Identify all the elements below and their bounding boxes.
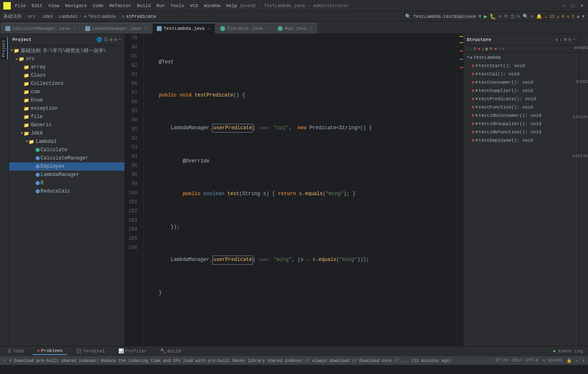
bottom-tab-build[interactable]: 🔨 Build bbox=[156, 347, 185, 355]
tab-close-icon[interactable]: ✕ bbox=[208, 26, 211, 31]
sort-icon[interactable]: ↕ bbox=[560, 37, 563, 42]
code-scroll[interactable]: 79 ▶ 80 81 82 ● 83 86 💡 87 88 89 90 bbox=[125, 34, 463, 346]
filter-icon[interactable]: ▦ bbox=[485, 46, 488, 51]
breadcrumb-item[interactable]: src bbox=[28, 14, 36, 19]
sort-icon-2[interactable]: ↑ bbox=[466, 47, 468, 51]
menu-vcs[interactable]: VCS bbox=[187, 2, 201, 9]
code-content[interactable]: @Test public void testPredicate() { Lamb… bbox=[144, 34, 457, 346]
tree-file[interactable]: ▶ 📁 file bbox=[9, 113, 125, 121]
code-editor[interactable]: 79 ▶ 80 81 82 ● 83 86 💡 87 88 89 90 bbox=[125, 34, 463, 346]
tab-calculate-manager[interactable]: J CalculateManager.java ✕ bbox=[1, 23, 80, 34]
refresh-icon[interactable]: ⟳ bbox=[473, 46, 477, 51]
tree-reduce-calc[interactable]: ReduceCalc bbox=[9, 187, 125, 195]
debug-button[interactable]: 🐛 bbox=[490, 13, 496, 20]
tab-close-icon[interactable]: ✕ bbox=[266, 26, 268, 31]
event-log-label[interactable]: ● Event Log bbox=[553, 349, 583, 354]
sort-icon-3[interactable]: ↓ bbox=[470, 47, 472, 51]
tree-com[interactable]: ▶ 📁 com bbox=[9, 88, 125, 96]
breadcrumb-item[interactable]: ⊕ bbox=[84, 14, 87, 19]
menu-tools[interactable]: Tools bbox=[168, 2, 187, 9]
tree-generic[interactable]: ▶ 📁 Generic bbox=[9, 121, 125, 129]
struct-method-testStart[interactable]: m ■ testStart(): void bbox=[463, 62, 579, 70]
tree-collections[interactable]: ▶ 📁 Collections bbox=[9, 80, 125, 88]
breadcrumb-item[interactable]: ⊙ bbox=[122, 14, 125, 19]
sort-alpha-icon[interactable]: ⇅ bbox=[555, 37, 558, 42]
struct-method-testEmployee[interactable]: m ■ testEmployee(): void bbox=[463, 136, 579, 145]
struct-method-testFunction[interactable]: m ■ testFunction(): void bbox=[463, 103, 579, 111]
tab-close-icon[interactable]: ✕ bbox=[144, 26, 147, 31]
menu-build[interactable]: Build bbox=[134, 2, 153, 9]
breadcrumb-item[interactable]: 基础法则 bbox=[3, 13, 22, 19]
translate-icon[interactable]: 文/A bbox=[510, 13, 520, 19]
bottom-tab-terminal[interactable]: ⬛ Terminal bbox=[72, 347, 109, 355]
menu-navigate[interactable]: Navigate bbox=[62, 2, 89, 9]
tree-employee[interactable]: Employee bbox=[9, 162, 125, 171]
branch-icon[interactable]: ⑂ bbox=[498, 47, 501, 51]
tree-jdk8[interactable]: ▼ 📁 Jdk8 bbox=[9, 129, 125, 138]
menu-edit[interactable]: Edit bbox=[29, 2, 45, 9]
tree-r[interactable]: R bbox=[9, 179, 125, 187]
menu-window[interactable]: Window bbox=[202, 2, 223, 9]
breadcrumb-current[interactable]: stPredicate bbox=[126, 14, 156, 19]
struct-method-testJdkFunction[interactable]: m ■ testJdkFunction(): void bbox=[463, 128, 579, 136]
sidebar-minimize-icon[interactable]: ─ bbox=[118, 37, 121, 42]
favorites-side-label[interactable]: Favorites bbox=[571, 152, 588, 159]
tab-close-icon[interactable]: ✕ bbox=[310, 26, 312, 31]
tree-exception[interactable]: ▶ 📁 exception bbox=[9, 104, 125, 113]
warn-icon[interactable]: ⚠ bbox=[482, 46, 484, 51]
toolbar-icon-1[interactable]: ⚙ bbox=[499, 14, 502, 19]
eye-icon[interactable]: 👁 bbox=[489, 46, 493, 51]
struct-root[interactable]: ▼ ◉ TestLambda bbox=[463, 53, 579, 62]
sidebar-settings-icon[interactable]: ⚙ bbox=[114, 37, 117, 42]
git-icon[interactable]: ⬇ bbox=[3, 358, 6, 363]
tree-class[interactable]: ▶ 📁 Class bbox=[9, 71, 125, 80]
status-indent[interactable]: 4 spaces bbox=[542, 358, 562, 363]
tree-src[interactable]: ▶ 📁 src bbox=[9, 55, 125, 63]
update-icon[interactable]: ⬆ bbox=[582, 358, 585, 363]
breadcrumb-item[interactable]: TestLambda bbox=[89, 14, 116, 19]
close-icon[interactable]: ● bbox=[478, 47, 480, 51]
toolbar-search-icon[interactable]: 🔍 bbox=[405, 14, 411, 19]
sidebar-list-icon[interactable]: ☰ bbox=[104, 37, 108, 42]
struct-method-testSupplier[interactable]: m ■ testSupplier(): void bbox=[463, 87, 579, 95]
bottom-tab-problems[interactable]: ● Problems bbox=[33, 347, 67, 355]
struct-method-testCal[interactable]: m ■ testCal(): void bbox=[463, 70, 579, 78]
dot-icon[interactable]: ● bbox=[494, 47, 497, 51]
struct-method-testJdkConsumer[interactable]: m ■ testJdkConsumer(): void bbox=[463, 111, 579, 120]
struct-method-testPredicate[interactable]: m ■ testPredicate(): void bbox=[463, 95, 579, 103]
struct-method-testConsumer[interactable]: m ■ testConsumer(): void bbox=[463, 78, 579, 87]
maximize-button[interactable]: □ bbox=[570, 3, 576, 9]
tab-test-lambda[interactable]: J TestLambda.java ✕ bbox=[152, 23, 215, 34]
breadcrumb-item[interactable]: Lambda1 bbox=[59, 14, 78, 19]
scroll-up-icon[interactable]: ▲ bbox=[577, 14, 580, 19]
tab-map[interactable]: I Map.java ✕ bbox=[273, 23, 317, 34]
menu-file[interactable]: File bbox=[12, 2, 28, 9]
tab-lambda-manager[interactable]: J LambdaManager.java ✕ bbox=[81, 23, 152, 34]
run-dropdown-icon[interactable]: ▼ bbox=[479, 14, 482, 19]
structure-minimize-icon[interactable]: ─ bbox=[573, 37, 576, 42]
status-position[interactable]: 87:26 bbox=[495, 358, 508, 363]
expand-all-icon[interactable]: ⊞ bbox=[564, 37, 567, 42]
status-encoding[interactable]: UTF-8 bbox=[526, 358, 538, 363]
minimize-button[interactable]: ─ bbox=[561, 3, 566, 9]
toolbar-search-icon-2[interactable]: 🔍 bbox=[523, 14, 528, 19]
tree-array[interactable]: ▶ 📁 array bbox=[9, 63, 125, 71]
database-side-label[interactable]: Database bbox=[572, 44, 588, 51]
structure-side-label[interactable]: Structure bbox=[571, 113, 588, 120]
menu-run[interactable]: Run bbox=[154, 2, 167, 9]
bottom-tab-todo[interactable]: ☰ TODO bbox=[3, 347, 28, 355]
tab-iterable[interactable]: I Iterable.java ✕ bbox=[216, 23, 273, 34]
run-button[interactable]: ▶ bbox=[484, 13, 487, 20]
toolbar-icon-2[interactable]: ⟳ bbox=[504, 14, 508, 19]
breadcrumb-item[interactable]: Jdk8 bbox=[42, 14, 53, 19]
menu-view[interactable]: View bbox=[46, 2, 62, 9]
tree-enum[interactable]: ▶ 📁 Enum bbox=[9, 96, 125, 104]
tree-root[interactable]: ▼ 📁 基础法则 D:\学习\研究生\研一自学\ bbox=[9, 46, 125, 55]
status-crlf[interactable]: CRLF bbox=[512, 358, 522, 363]
tree-calculate[interactable]: Calculate bbox=[9, 146, 125, 154]
menu-code[interactable]: Code bbox=[90, 2, 106, 9]
structure-settings-icon[interactable]: ⚙ bbox=[569, 37, 571, 42]
scroll-down-icon[interactable]: ▼ bbox=[582, 14, 585, 19]
tab-close-icon[interactable]: ✕ bbox=[73, 26, 76, 31]
notifications-count[interactable]: ⚠ bbox=[576, 358, 578, 363]
